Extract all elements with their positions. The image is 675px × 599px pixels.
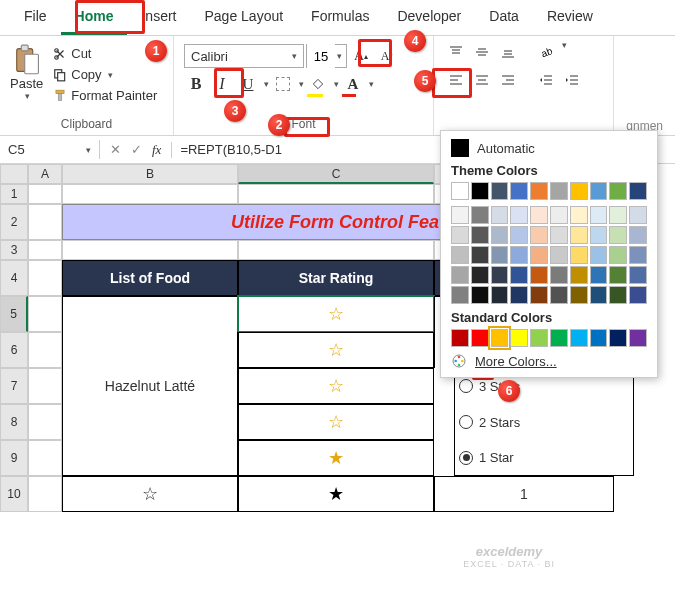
underline-button[interactable]: U xyxy=(236,72,260,96)
col-header-b[interactable]: B xyxy=(62,164,238,184)
col-header-a[interactable]: A xyxy=(28,164,62,184)
fill-color-button[interactable] xyxy=(306,72,330,96)
color-swatch[interactable] xyxy=(530,266,548,284)
cell-c9[interactable]: ★ xyxy=(238,440,434,476)
row-header-3[interactable]: 3 xyxy=(0,240,28,260)
color-swatch[interactable] xyxy=(609,286,627,304)
color-swatch[interactable] xyxy=(530,182,548,200)
color-swatch[interactable] xyxy=(570,226,588,244)
color-swatch[interactable] xyxy=(491,286,509,304)
decrease-indent-button[interactable] xyxy=(534,68,558,92)
color-swatch[interactable] xyxy=(491,206,509,224)
decrease-font-button[interactable]: A▾ xyxy=(375,44,399,68)
color-swatch[interactable] xyxy=(570,246,588,264)
row-header-4[interactable]: 4 xyxy=(0,260,28,296)
font-size-input[interactable] xyxy=(307,44,335,68)
color-swatch[interactable] xyxy=(609,266,627,284)
color-swatch[interactable] xyxy=(491,226,509,244)
tab-home[interactable]: Home xyxy=(61,0,128,35)
row-header-7[interactable]: 7 xyxy=(0,368,28,404)
cell-c7[interactable]: ☆ xyxy=(238,368,434,404)
align-middle-button[interactable] xyxy=(470,40,494,64)
color-swatch[interactable] xyxy=(590,182,608,200)
color-swatch[interactable] xyxy=(570,329,588,347)
more-colors-button[interactable]: More Colors... xyxy=(451,353,647,369)
chevron-down-icon[interactable]: ▾ xyxy=(335,51,346,61)
color-swatch[interactable] xyxy=(570,286,588,304)
increase-font-button[interactable]: A▴ xyxy=(349,44,373,68)
chevron-down-icon[interactable]: ▾ xyxy=(332,79,339,89)
color-swatch[interactable] xyxy=(530,206,548,224)
color-swatch[interactable] xyxy=(590,266,608,284)
color-swatch[interactable] xyxy=(471,206,489,224)
color-swatch[interactable] xyxy=(629,286,647,304)
borders-button[interactable] xyxy=(271,72,295,96)
tab-review[interactable]: Review xyxy=(533,0,607,35)
color-swatch[interactable] xyxy=(471,246,489,264)
tab-data[interactable]: Data xyxy=(475,0,533,35)
radio-1-star[interactable] xyxy=(459,451,473,465)
tab-file[interactable]: File xyxy=(10,0,61,35)
color-swatch[interactable] xyxy=(530,329,548,347)
radio-3-stars[interactable] xyxy=(459,379,473,393)
tab-insert[interactable]: Insert xyxy=(127,0,190,35)
cancel-formula-icon[interactable]: ✕ xyxy=(110,142,121,157)
cell-b7[interactable]: Hazelnut Latté xyxy=(62,368,238,404)
select-all-corner[interactable] xyxy=(0,164,28,184)
color-swatch[interactable] xyxy=(609,246,627,264)
cell-d10[interactable]: 1 xyxy=(434,476,614,512)
color-swatch[interactable] xyxy=(609,182,627,200)
color-swatch[interactable] xyxy=(451,329,469,347)
color-swatch[interactable] xyxy=(510,266,528,284)
cell-c6[interactable]: ☆ xyxy=(238,332,434,368)
color-swatch[interactable] xyxy=(471,266,489,284)
color-swatch[interactable] xyxy=(491,329,509,347)
color-swatch[interactable] xyxy=(530,286,548,304)
row-header-1[interactable]: 1 xyxy=(0,184,28,204)
color-swatch[interactable] xyxy=(451,182,469,200)
fx-icon[interactable]: fx xyxy=(152,142,172,158)
color-swatch[interactable] xyxy=(550,226,568,244)
italic-button[interactable]: I xyxy=(210,72,234,96)
enter-formula-icon[interactable]: ✓ xyxy=(131,142,142,157)
color-swatch[interactable] xyxy=(530,246,548,264)
color-swatch[interactable] xyxy=(590,329,608,347)
color-swatch[interactable] xyxy=(550,286,568,304)
color-swatch[interactable] xyxy=(570,206,588,224)
table-header-food[interactable]: List of Food xyxy=(62,260,238,296)
color-swatch[interactable] xyxy=(590,206,608,224)
tab-page-layout[interactable]: Page Layout xyxy=(190,0,297,35)
color-swatch[interactable] xyxy=(510,329,528,347)
increase-indent-button[interactable] xyxy=(560,68,584,92)
formula-bar[interactable]: =REPT(B10,5-D1 xyxy=(172,140,290,159)
color-swatch[interactable] xyxy=(471,286,489,304)
color-swatch[interactable] xyxy=(629,246,647,264)
color-swatch[interactable] xyxy=(491,246,509,264)
color-swatch[interactable] xyxy=(570,266,588,284)
color-swatch[interactable] xyxy=(570,182,588,200)
color-swatch[interactable] xyxy=(550,246,568,264)
format-painter-button[interactable]: Format Painter xyxy=(49,86,161,105)
automatic-color-button[interactable]: Automatic xyxy=(451,139,647,157)
align-left-button[interactable] xyxy=(444,68,468,92)
color-swatch[interactable] xyxy=(451,246,469,264)
color-swatch[interactable] xyxy=(510,246,528,264)
row-header-2[interactable]: 2 xyxy=(0,204,28,240)
orientation-button[interactable]: ab xyxy=(534,40,558,64)
color-swatch[interactable] xyxy=(471,226,489,244)
color-swatch[interactable] xyxy=(550,182,568,200)
row-header-5[interactable]: 5 xyxy=(0,296,28,332)
chevron-down-icon[interactable]: ▾ xyxy=(262,79,269,89)
table-header-rating[interactable]: Star Rating xyxy=(238,260,434,296)
color-swatch[interactable] xyxy=(629,266,647,284)
color-swatch[interactable] xyxy=(550,206,568,224)
chevron-down-icon[interactable]: ▾ xyxy=(23,91,30,101)
color-swatch[interactable] xyxy=(550,329,568,347)
cell-c8[interactable]: ☆ xyxy=(238,404,434,440)
row-header-8[interactable]: 8 xyxy=(0,404,28,440)
color-swatch[interactable] xyxy=(491,266,509,284)
color-swatch[interactable] xyxy=(609,206,627,224)
color-swatch[interactable] xyxy=(609,329,627,347)
font-color-button[interactable]: A xyxy=(341,72,365,96)
color-swatch[interactable] xyxy=(491,182,509,200)
